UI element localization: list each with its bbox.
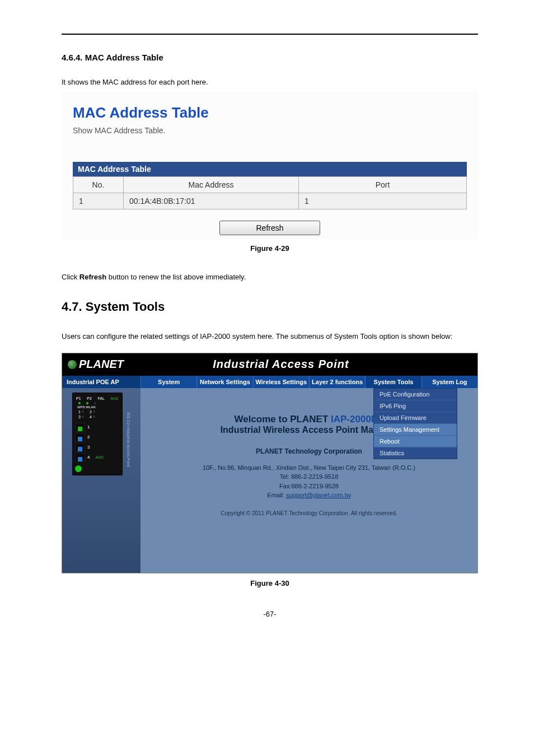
dd-settings-management[interactable]: Settings Management	[374, 424, 457, 436]
after-fig-p1: Click	[62, 273, 79, 281]
cell-no: 1	[73, 193, 124, 209]
led-icon	[94, 402, 96, 404]
addr-line1: 10F., No.96, Minquan Rd., Xindian Dist.,…	[140, 463, 477, 473]
section-heading-tools: 4.7. System Tools	[62, 300, 478, 314]
nav-wireless-settings[interactable]: Wireless Settings	[253, 376, 309, 388]
table-row: 1 00:1A:4B:0B:17:01 1	[73, 193, 467, 209]
ethernet-port-icon	[75, 453, 85, 462]
figure-caption-b: Figure 4-30	[62, 579, 478, 587]
after-fig-p2: button to renew the list above immediate…	[106, 273, 246, 281]
port-label: 3	[87, 445, 90, 450]
after-figure-text: Click Refresh button to renew the list a…	[62, 269, 478, 286]
label-p1: P1	[76, 396, 81, 400]
col-mac: Mac Address	[124, 176, 299, 193]
port-label: 4	[87, 455, 90, 460]
support-email-link[interactable]: support@planet.com.tw	[286, 492, 351, 498]
label-ant1: Ant1	[111, 396, 119, 400]
welcome-prefix: Welcome to PLANET	[234, 414, 331, 424]
system-tools-screenshot: PLANET Industrial Access Point Industria…	[62, 353, 478, 573]
nav-system-tools[interactable]: System Tools	[365, 376, 421, 388]
nav-bar: Industrial POE AP System Network Setting…	[62, 376, 477, 388]
planet-logo: PLANET	[68, 358, 124, 371]
label-wps: WPS WLAN	[75, 405, 120, 409]
addr-email-label: Email:	[267, 492, 286, 498]
label-fal: FAL	[97, 396, 104, 400]
led-icon	[82, 410, 84, 413]
addr-line2: Tel: 886-2-2219-9518	[140, 472, 477, 482]
antenna-led-icon	[75, 465, 82, 472]
led-icon	[86, 402, 88, 404]
page-number: -67-	[62, 610, 478, 618]
banner-title: Industrial Access Point	[124, 358, 438, 371]
led-icon	[82, 416, 84, 418]
address-block: 10F., No.96, Minquan Rd., Xindian Dist.,…	[140, 463, 477, 500]
after-fig-bold: Refresh	[79, 273, 106, 281]
section-heading-mac: 4.6.4. MAC Address Table	[62, 53, 478, 62]
refresh-button[interactable]: Refresh	[219, 221, 320, 235]
col-port: Port	[299, 176, 467, 193]
table-header-row: No. Mac Address Port	[73, 176, 467, 193]
device-side-text: 802.11n Industrial Access Point	[127, 412, 130, 467]
led-icon	[93, 410, 95, 413]
mac-panel: MAC Address Table Show MAC Address Table…	[62, 92, 478, 239]
content-column: Welcome to PLANET IAP-2000PS Industrial …	[140, 388, 477, 573]
cell-port: 1	[299, 193, 467, 209]
top-rule	[62, 34, 478, 35]
led-icon	[93, 416, 95, 418]
nav-layer2-functions[interactable]: Layer 2 functions	[309, 376, 365, 388]
cell-mac: 00:1A:4B:0B:17:01	[124, 193, 299, 209]
device-name-label: Industrial POE AP	[62, 376, 140, 388]
port-label: 1	[87, 424, 90, 430]
brand-text: PLANET	[79, 358, 124, 371]
figure-caption-a: Figure 4-29	[62, 244, 478, 253]
ethernet-port-icon	[75, 423, 85, 432]
globe-icon	[68, 360, 77, 369]
label-ant2: Ant2	[95, 455, 103, 459]
device-graphic: P1 P2 FAL Ant1 WPS WLAN 12 34 802.11n In…	[72, 393, 123, 475]
dd-ipv6-ping[interactable]: IPv6 Ping	[374, 400, 457, 412]
panel-subtitle: Show MAC Address Table.	[73, 126, 467, 135]
copyright-text: Copyright © 2011 PLANET Technology Corpo…	[140, 510, 477, 516]
system-tools-dropdown: PoE Configuration IPv6 Ping Upload Firmw…	[373, 388, 457, 459]
led-icon	[78, 402, 81, 404]
ethernet-port-icon	[75, 433, 85, 442]
nav-system[interactable]: System	[140, 376, 196, 388]
refresh-row: Refresh	[62, 214, 478, 239]
ethernet-port-icon	[75, 443, 85, 452]
intro-text-mac: It shows the MAC address for each port h…	[62, 74, 478, 91]
nav-network-settings[interactable]: Network Settings	[196, 376, 252, 388]
panel-title: MAC Address Table	[73, 104, 467, 122]
dd-reboot[interactable]: Reboot	[374, 436, 457, 447]
addr-line3: Fax:886-2-2219-9528	[140, 482, 477, 491]
dd-statistics[interactable]: Statistics	[374, 447, 457, 459]
mac-address-table: MAC Address Table No. Mac Address Port 1…	[73, 162, 467, 209]
intro-text-tools: Users can configure the related settings…	[62, 329, 478, 345]
col-no: No.	[73, 176, 124, 193]
dd-poe-configuration[interactable]: PoE Configuration	[374, 389, 457, 400]
port-label: 2	[87, 435, 90, 440]
dd-upload-firmware[interactable]: Upload Firmware	[374, 412, 457, 424]
label-p2: P2	[87, 396, 92, 400]
screenshot-header: PLANET Industrial Access Point	[62, 353, 477, 376]
screenshot-body: P1 P2 FAL Ant1 WPS WLAN 12 34 802.11n In…	[62, 388, 477, 573]
table-caption: MAC Address Table	[73, 162, 467, 176]
device-column: P1 P2 FAL Ant1 WPS WLAN 12 34 802.11n In…	[62, 388, 140, 573]
nav-system-log[interactable]: System Log	[421, 376, 477, 388]
